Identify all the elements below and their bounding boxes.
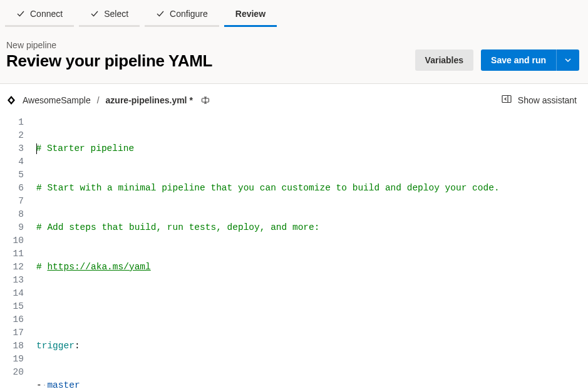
breadcrumb-sep: / (97, 95, 100, 105)
save-and-run-dropdown[interactable] (556, 49, 579, 71)
svg-rect-2 (502, 96, 511, 103)
rename-icon[interactable] (200, 95, 210, 105)
page-title: Review your pipeline YAML (6, 51, 212, 71)
check-icon (90, 9, 99, 18)
tab-configure[interactable]: Configure (145, 0, 219, 26)
panel-icon (502, 94, 512, 106)
code-editor[interactable]: 1 2 3 4 5 6 7 8 9 10 11 12 13 14 15 16 1… (0, 116, 588, 389)
tab-review-label: Review (235, 9, 266, 19)
header-subtitle: New pipeline (6, 40, 212, 50)
tab-connect-label: Connect (30, 9, 63, 19)
repo-icon (6, 95, 16, 105)
chevron-down-icon (564, 56, 572, 64)
check-icon (156, 9, 165, 18)
check-icon (16, 9, 25, 18)
code-content[interactable]: # Starter pipeline # Start with a minima… (36, 116, 580, 389)
wizard-tabs: Connect Select Configure Review (0, 0, 588, 26)
breadcrumb: AwesomeSample / azure-pipelines.yml * (6, 95, 210, 105)
tab-review[interactable]: Review (224, 0, 277, 26)
tab-select[interactable]: Select (79, 0, 140, 26)
show-assistant-label: Show assistant (518, 95, 577, 105)
variables-button[interactable]: Variables (415, 49, 474, 71)
tab-select-label: Select (104, 9, 128, 19)
breadcrumb-filename: azure-pipelines.yml * (106, 95, 193, 105)
tab-configure-label: Configure (170, 9, 208, 19)
save-and-run-button[interactable]: Save and run (481, 49, 556, 71)
tab-connect[interactable]: Connect (5, 0, 74, 26)
line-gutter: 1 2 3 4 5 6 7 8 9 10 11 12 13 14 15 16 1… (0, 116, 36, 389)
show-assistant-button[interactable]: Show assistant (502, 94, 577, 106)
breadcrumb-repo[interactable]: AwesomeSample (23, 95, 91, 105)
